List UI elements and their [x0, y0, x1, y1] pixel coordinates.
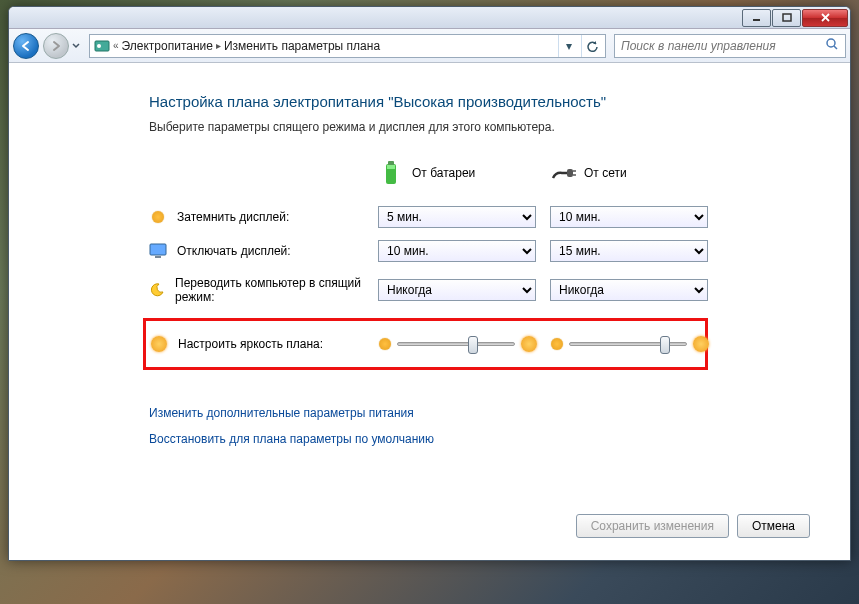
restore-defaults-link[interactable]: Восстановить для плана параметры по умол…	[149, 432, 810, 446]
off-battery-select[interactable]: 10 мин.	[378, 240, 536, 262]
row-turnoff-display: Отключать дисплей:	[149, 234, 364, 268]
row-label-text: Отключать дисплей:	[177, 244, 291, 258]
titlebar	[9, 7, 850, 29]
refresh-button[interactable]	[581, 35, 601, 57]
row-dim-display: Затемнить дисплей:	[149, 200, 364, 234]
dim-icon	[149, 208, 167, 226]
dim-battery-select[interactable]: 5 мин.	[378, 206, 536, 228]
page-title: Настройка плана электропитания "Высокая …	[149, 93, 810, 110]
address-dropdown-icon[interactable]: ▾	[558, 35, 578, 57]
column-header-ac: От сети	[550, 156, 708, 200]
chevron-right-icon: ▸	[216, 40, 221, 51]
row-sleep: Переводить компьютер в спящий режим:	[149, 268, 364, 312]
svg-rect-10	[387, 165, 395, 169]
slider-thumb[interactable]	[468, 336, 478, 354]
svg-line-7	[834, 46, 837, 49]
search-icon[interactable]	[825, 37, 839, 54]
links: Изменить дополнительные параметры питани…	[149, 406, 810, 446]
row-label-text: Переводить компьютер в спящий режим:	[175, 276, 364, 304]
brightness-battery-slider[interactable]	[379, 336, 537, 352]
row-brightness: Настроить яркость плана:	[150, 327, 365, 361]
sun-big-icon	[693, 336, 709, 352]
svg-rect-9	[388, 161, 394, 165]
save-button[interactable]: Сохранить изменения	[576, 514, 729, 538]
search-input[interactable]	[621, 39, 825, 53]
sleep-ac-select[interactable]: Никогда	[550, 279, 708, 301]
sun-small-icon	[551, 338, 563, 350]
slider-track[interactable]	[569, 342, 687, 346]
row-label-text: Настроить яркость плана:	[178, 337, 323, 351]
moon-icon	[149, 281, 165, 299]
search-box[interactable]	[614, 34, 846, 58]
svg-rect-11	[567, 169, 573, 177]
minimize-button[interactable]	[742, 9, 771, 27]
settings-grid: От батареи От сети Затемнить дисплей: 5 …	[149, 156, 810, 370]
svg-rect-15	[155, 256, 161, 258]
svg-rect-14	[150, 244, 166, 255]
back-button[interactable]	[13, 33, 39, 59]
maximize-button[interactable]	[772, 9, 801, 27]
battery-icon	[378, 160, 404, 186]
row-brightness-highlighted: Настроить яркость плана:	[143, 318, 708, 370]
breadcrumb-item[interactable]: Электропитание	[122, 39, 213, 53]
slider-thumb[interactable]	[660, 336, 670, 354]
column-header-battery: От батареи	[378, 156, 536, 200]
svg-point-5	[97, 44, 101, 48]
address-bar[interactable]: « Электропитание ▸ Изменить параметры пл…	[89, 34, 606, 58]
navbar: « Электропитание ▸ Изменить параметры пл…	[9, 29, 850, 63]
chevron-left-icon: «	[113, 40, 119, 51]
brightness-icon	[150, 335, 168, 353]
close-button[interactable]	[802, 9, 848, 27]
sun-small-icon	[379, 338, 391, 350]
sleep-battery-select[interactable]: Никогда	[378, 279, 536, 301]
page-subtitle: Выберите параметры спящего режима и дисп…	[149, 120, 810, 134]
svg-rect-1	[783, 14, 791, 21]
window: « Электропитание ▸ Изменить параметры пл…	[8, 6, 851, 561]
dim-ac-select[interactable]: 10 мин.	[550, 206, 708, 228]
footer-buttons: Сохранить изменения Отмена	[576, 514, 810, 538]
brightness-ac-slider[interactable]	[551, 336, 709, 352]
control-panel-icon	[94, 38, 110, 54]
slider-track[interactable]	[397, 342, 515, 346]
sun-big-icon	[521, 336, 537, 352]
monitor-icon	[149, 242, 167, 260]
cancel-button[interactable]: Отмена	[737, 514, 810, 538]
advanced-settings-link[interactable]: Изменить дополнительные параметры питани…	[149, 406, 810, 420]
column-label: От сети	[584, 166, 627, 180]
off-ac-select[interactable]: 15 мин.	[550, 240, 708, 262]
row-label-text: Затемнить дисплей:	[177, 210, 289, 224]
breadcrumb-item[interactable]: Изменить параметры плана	[224, 39, 380, 53]
column-label: От батареи	[412, 166, 475, 180]
forward-button[interactable]	[43, 33, 69, 59]
plug-icon	[550, 160, 576, 186]
history-dropdown-icon[interactable]	[71, 41, 81, 51]
content: Настройка плана электропитания "Высокая …	[9, 63, 850, 560]
svg-point-6	[827, 39, 835, 47]
